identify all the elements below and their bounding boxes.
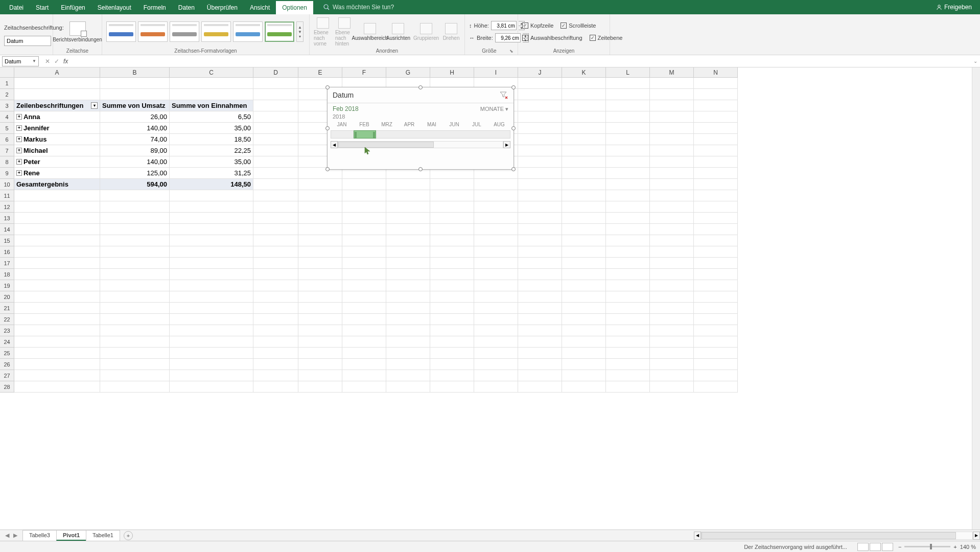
cell-A10[interactable]: Gesamtergebnis — [14, 179, 100, 190]
cell-G12[interactable] — [386, 201, 430, 213]
cell-C12[interactable] — [170, 201, 253, 213]
cell-A25[interactable] — [14, 348, 100, 359]
cell-E20[interactable] — [298, 291, 342, 303]
cell-J18[interactable] — [518, 269, 562, 280]
cell-E28[interactable] — [298, 381, 342, 393]
width-input[interactable] — [495, 33, 521, 42]
cell-D7[interactable] — [253, 145, 298, 156]
cell-A13[interactable] — [14, 213, 100, 224]
cell-F14[interactable] — [342, 224, 386, 235]
cell-H27[interactable] — [430, 370, 474, 381]
cell-D6[interactable] — [253, 134, 298, 145]
cell-K22[interactable] — [562, 314, 606, 325]
cell-N6[interactable] — [694, 134, 738, 145]
cell-N17[interactable] — [694, 258, 738, 269]
cell-C27[interactable] — [170, 370, 253, 381]
cell-M13[interactable] — [650, 213, 694, 224]
view-normal-button[interactable] — [857, 543, 869, 551]
tab-start[interactable]: Start — [30, 1, 55, 14]
cell-J22[interactable] — [518, 314, 562, 325]
cell-F15[interactable] — [342, 235, 386, 246]
cell-M23[interactable] — [650, 325, 694, 336]
cell-C9[interactable]: 31,25 — [170, 168, 253, 179]
cell-K5[interactable] — [562, 123, 606, 134]
cell-I20[interactable] — [474, 291, 518, 303]
timeline-style-1[interactable] — [138, 21, 168, 42]
cell-I24[interactable] — [474, 336, 518, 348]
cell-C13[interactable] — [170, 213, 253, 224]
cell-I21[interactable] — [474, 303, 518, 314]
cell-K20[interactable] — [562, 291, 606, 303]
cell-M18[interactable] — [650, 269, 694, 280]
cell-E24[interactable] — [298, 336, 342, 348]
cell-J26[interactable] — [518, 359, 562, 370]
cell-B15[interactable] — [100, 235, 170, 246]
cell-M2[interactable] — [650, 89, 694, 100]
cell-C10[interactable]: 148,50 — [170, 179, 253, 190]
cell-G19[interactable] — [386, 280, 430, 291]
col-header-F[interactable]: F — [342, 67, 386, 78]
cell-D4[interactable] — [253, 111, 298, 123]
cell-H18[interactable] — [430, 269, 474, 280]
cell-C16[interactable] — [170, 246, 253, 258]
cell-L3[interactable] — [606, 100, 650, 111]
slicer-scroll-left[interactable]: ◀ — [331, 141, 338, 148]
vertical-scrollbar[interactable] — [972, 67, 980, 530]
cell-D23[interactable] — [253, 325, 298, 336]
cell-N11[interactable] — [694, 190, 738, 201]
cell-L1[interactable] — [606, 78, 650, 89]
cell-C11[interactable] — [170, 190, 253, 201]
col-header-A[interactable]: A — [14, 67, 100, 78]
month-apr[interactable]: APR — [398, 121, 421, 128]
month-aug[interactable]: AUG — [488, 121, 510, 128]
cell-A5[interactable]: +Jennifer — [14, 123, 100, 134]
row-header-8[interactable]: 8 — [0, 156, 14, 168]
cell-A4[interactable]: +Anna — [14, 111, 100, 123]
cell-H13[interactable] — [430, 213, 474, 224]
cell-G11[interactable] — [386, 190, 430, 201]
cell-E16[interactable] — [298, 246, 342, 258]
cell-I16[interactable] — [474, 246, 518, 258]
cell-K15[interactable] — [562, 235, 606, 246]
row-header-25[interactable]: 25 — [0, 348, 14, 359]
row-header-11[interactable]: 11 — [0, 190, 14, 201]
cell-G23[interactable] — [386, 325, 430, 336]
cell-D15[interactable] — [253, 235, 298, 246]
cell-L23[interactable] — [606, 325, 650, 336]
cell-K13[interactable] — [562, 213, 606, 224]
cell-C28[interactable] — [170, 381, 253, 393]
cell-J17[interactable] — [518, 258, 562, 269]
row-header-23[interactable]: 23 — [0, 325, 14, 336]
cell-M26[interactable] — [650, 359, 694, 370]
cell-G10[interactable] — [386, 179, 430, 190]
expand-icon[interactable]: + — [16, 114, 22, 120]
cell-F18[interactable] — [342, 269, 386, 280]
col-header-N[interactable]: N — [694, 67, 738, 78]
cell-N1[interactable] — [694, 78, 738, 89]
cell-D9[interactable] — [253, 168, 298, 179]
cell-A20[interactable] — [14, 291, 100, 303]
cell-M1[interactable] — [650, 78, 694, 89]
cell-A18[interactable] — [14, 269, 100, 280]
cell-L18[interactable] — [606, 269, 650, 280]
cell-L5[interactable] — [606, 123, 650, 134]
cell-C1[interactable] — [170, 78, 253, 89]
cell-D1[interactable] — [253, 78, 298, 89]
cell-A15[interactable] — [14, 235, 100, 246]
cell-A11[interactable] — [14, 190, 100, 201]
cell-E23[interactable] — [298, 325, 342, 336]
cell-D12[interactable] — [253, 201, 298, 213]
cell-D13[interactable] — [253, 213, 298, 224]
cell-L4[interactable] — [606, 111, 650, 123]
cell-J20[interactable] — [518, 291, 562, 303]
cell-G16[interactable] — [386, 246, 430, 258]
row-header-26[interactable]: 26 — [0, 359, 14, 370]
cell-L12[interactable] — [606, 201, 650, 213]
cell-B12[interactable] — [100, 201, 170, 213]
col-header-M[interactable]: M — [650, 67, 694, 78]
cell-F12[interactable] — [342, 201, 386, 213]
cell-K18[interactable] — [562, 269, 606, 280]
cell-N23[interactable] — [694, 325, 738, 336]
cell-N8[interactable] — [694, 156, 738, 168]
cell-F21[interactable] — [342, 303, 386, 314]
